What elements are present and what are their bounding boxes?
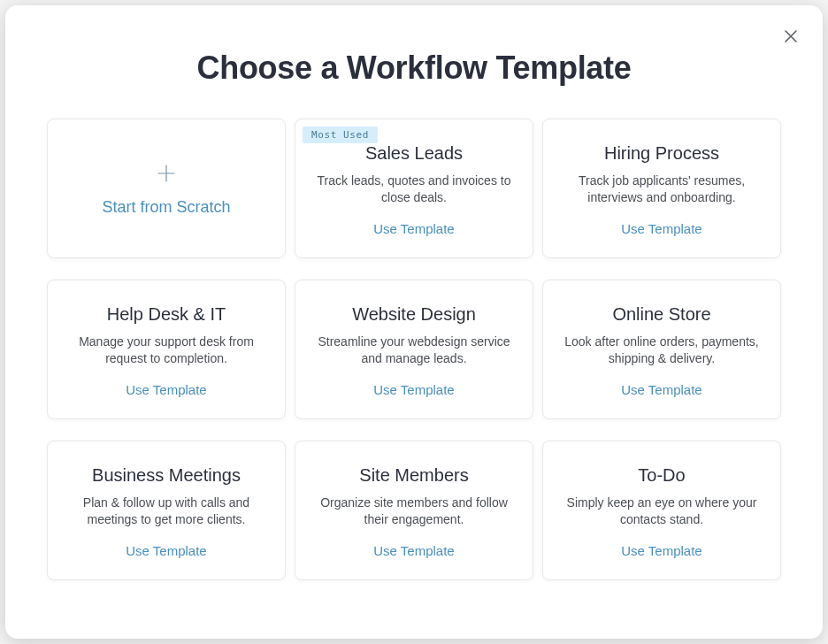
start-from-scratch-card[interactable]: Start from Scratch (47, 119, 286, 258)
template-card-website-design: Website Design Streamline your webdesign… (295, 280, 533, 419)
template-card-help-desk-it: Help Desk & IT Manage your support desk … (47, 280, 286, 419)
template-card-online-store: Online Store Look after online orders, p… (542, 280, 781, 419)
template-title: Site Members (359, 464, 468, 486)
template-desc: Look after online orders, payments, ship… (560, 334, 763, 367)
use-template-button[interactable]: Use Template (126, 382, 206, 397)
template-grid: Start from Scratch Most Used Sales Leads… (47, 119, 781, 580)
template-desc: Manage your support desk from request to… (65, 334, 268, 367)
template-card-to-do: To-Do Simply keep an eye on where your c… (542, 441, 781, 580)
use-template-button[interactable]: Use Template (126, 543, 206, 558)
most-used-badge: Most Used (303, 126, 378, 143)
template-title: Business Meetings (92, 464, 241, 486)
template-card-business-meetings: Business Meetings Plan & follow up with … (47, 441, 286, 580)
use-template-button[interactable]: Use Template (621, 221, 702, 236)
use-template-button[interactable]: Use Template (373, 382, 454, 397)
template-card-hiring-process: Hiring Process Track job applicants' res… (542, 119, 781, 258)
template-desc: Organize site members and follow their e… (312, 494, 516, 528)
template-title: Website Design (352, 303, 476, 325)
start-from-scratch-label: Start from Scratch (102, 198, 230, 217)
template-picker-modal: Choose a Workflow Template Start from Sc… (5, 5, 823, 639)
template-desc: Plan & follow up with calls and meetings… (65, 494, 268, 528)
use-template-button[interactable]: Use Template (621, 543, 702, 558)
template-card-site-members: Site Members Organize site members and f… (295, 441, 533, 580)
template-title: Hiring Process (604, 142, 719, 164)
template-desc: Track job applicants' resumes, interview… (560, 172, 763, 206)
use-template-button[interactable]: Use Template (621, 382, 702, 397)
use-template-button[interactable]: Use Template (373, 543, 454, 558)
template-desc: Streamline your webdesign service and ma… (312, 334, 516, 367)
use-template-button[interactable]: Use Template (373, 221, 454, 236)
page-title: Choose a Workflow Template (197, 50, 632, 87)
plus-icon (156, 163, 177, 184)
template-title: Online Store (612, 303, 710, 325)
close-button[interactable] (780, 27, 801, 48)
template-card-sales-leads: Most Used Sales Leads Track leads, quote… (295, 119, 533, 258)
template-title: Help Desk & IT (107, 303, 226, 325)
template-desc: Simply keep an eye on where your contact… (560, 494, 763, 528)
template-title: To-Do (638, 464, 685, 486)
template-title: Sales Leads (365, 142, 463, 164)
template-desc: Track leads, quotes and invoices to clos… (312, 172, 516, 206)
close-icon (785, 30, 797, 45)
